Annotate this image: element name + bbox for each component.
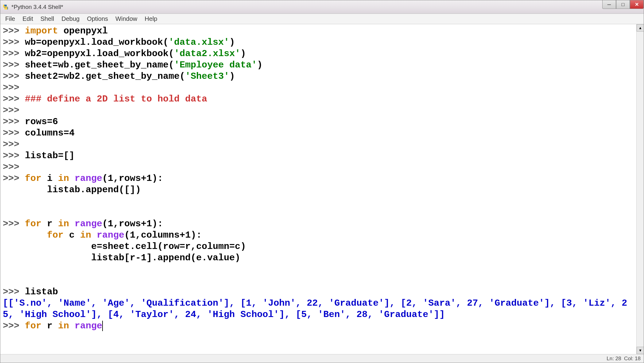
window-controls: ─ □ ✕: [602, 0, 644, 10]
code-line: >>> listab=[]: [3, 150, 634, 162]
titlebar[interactable]: *Python 3.4.4 Shell* ─ □ ✕: [0, 0, 644, 14]
code-line: for c in range(1,columns+1):: [3, 230, 634, 241]
code-line: >>> for i in range(1,rows+1):: [3, 173, 634, 184]
menu-file[interactable]: File: [2, 13, 19, 24]
code-line: >>> sheet=wb.get_sheet_by_name('Employee…: [3, 59, 634, 71]
maximize-button[interactable]: □: [616, 0, 630, 9]
code-line: [3, 207, 634, 218]
status-col-value: 18: [635, 356, 641, 362]
menu-debug[interactable]: Debug: [58, 13, 83, 24]
editor-wrap: >>> import openpyxl>>> wb=openpyxl.load_…: [0, 24, 644, 354]
scroll-up-icon[interactable]: ▲: [637, 24, 644, 32]
status-line-label: Ln:: [607, 356, 614, 362]
code-line: >>> columns=4: [3, 128, 634, 139]
menubar: File Edit Shell Debug Options Window Hel…: [0, 14, 644, 24]
code-line: >>>: [3, 139, 634, 150]
close-button[interactable]: ✕: [630, 0, 644, 9]
shell-editor[interactable]: >>> import openpyxl>>> wb=openpyxl.load_…: [0, 24, 636, 354]
menu-help[interactable]: Help: [141, 13, 161, 24]
status-col-label: Col:: [624, 356, 633, 362]
code-line: listab.append([]): [3, 184, 634, 196]
menu-shell[interactable]: Shell: [37, 13, 58, 24]
code-line: >>> rows=6: [3, 116, 634, 128]
code-line: >>> import openpyxl: [3, 25, 634, 37]
vertical-scrollbar[interactable]: ▲ ▼: [636, 24, 644, 354]
menu-edit[interactable]: Edit: [19, 13, 37, 24]
code-line: >>>: [3, 82, 634, 94]
code-line: >>> for r in range(1,rows+1):: [3, 218, 634, 230]
menu-window[interactable]: Window: [112, 13, 141, 24]
code-line: >>> for r in range: [3, 320, 634, 332]
code-line: [['S.no', 'Name', 'Age', 'Qualification'…: [3, 298, 634, 320]
code-line: [3, 275, 634, 286]
code-line: [3, 196, 634, 207]
code-line: listab[r-1].append(e.value): [3, 252, 634, 264]
code-line: [3, 264, 634, 275]
code-line: >>>: [3, 162, 634, 173]
code-line: >>> wb=openpyxl.load_workbook('data.xlsx…: [3, 37, 634, 48]
scroll-down-icon[interactable]: ▼: [637, 347, 644, 354]
code-line: >>> listab: [3, 286, 634, 298]
code-line: >>> wb2=openpyxl.load_workbook('data2.xl…: [3, 48, 634, 59]
code-line: e=sheet.cell(row=r,column=c): [3, 241, 634, 252]
code-line: >>>: [3, 105, 634, 116]
python-icon: [2, 4, 9, 10]
status-line-value: 28: [615, 356, 621, 362]
minimize-button[interactable]: ─: [602, 0, 616, 9]
code-line: >>> ### define a 2D list to hold data: [3, 94, 634, 105]
menu-options[interactable]: Options: [83, 13, 112, 24]
python-shell-window: *Python 3.4.4 Shell* ─ □ ✕ File Edit She…: [0, 0, 644, 363]
code-line: >>> sheet2=wb2.get_sheet_by_name('Sheet3…: [3, 71, 634, 82]
statusbar: Ln: 28 Col: 18: [0, 354, 644, 363]
window-title: *Python 3.4.4 Shell*: [11, 4, 63, 10]
